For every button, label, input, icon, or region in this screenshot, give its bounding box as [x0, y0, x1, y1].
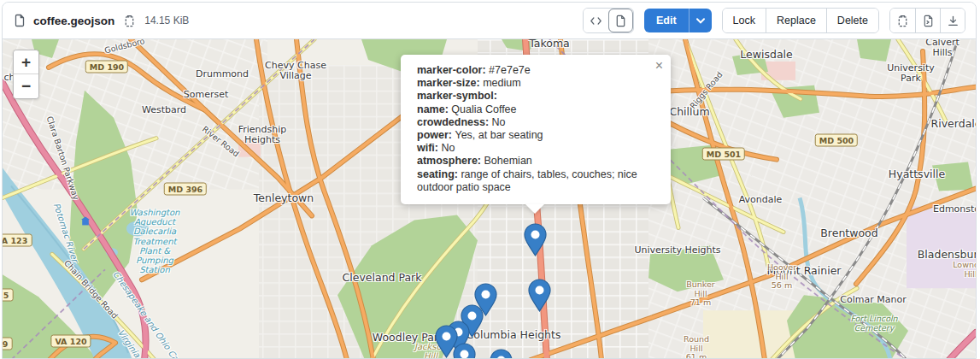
chevron-down-icon	[696, 18, 705, 24]
clipboard-icon	[896, 15, 909, 27]
feature-popup: × marker-color#7e7e7e marker-sizemedium …	[401, 55, 671, 204]
popup-field: crowdednessNo	[417, 116, 652, 129]
popup-field: powerYes, at bar seating	[417, 129, 652, 142]
zoom-out-button[interactable]: −	[14, 74, 38, 98]
clipboard-icon	[123, 15, 136, 27]
copy-contents-button[interactable]	[890, 9, 915, 32]
popup-field: atmosphereBohemian	[417, 155, 652, 168]
download-icon	[947, 15, 959, 27]
raw-file-button[interactable]	[915, 9, 940, 32]
edit-dropdown-button[interactable]	[689, 9, 712, 32]
view-toggle-group	[583, 8, 634, 33]
replace-button[interactable]: Replace	[766, 9, 826, 32]
edit-button[interactable]: Edit	[644, 9, 689, 32]
source-view-button[interactable]	[584, 9, 608, 32]
delete-button[interactable]: Delete	[826, 9, 878, 32]
popup-field: marker-sizemedium	[417, 77, 652, 90]
code-icon	[590, 15, 602, 27]
lock-button[interactable]: Lock	[723, 9, 766, 32]
zoom-control: + −	[13, 50, 39, 99]
map-marker[interactable]	[453, 343, 476, 359]
popup-field: marker-color#7e7e7e	[417, 64, 652, 77]
map-marker[interactable]	[524, 223, 547, 260]
download-button[interactable]	[940, 9, 965, 32]
map-canvas[interactable]: TakomaChevy Chase VillageDrummondSomerse…	[3, 39, 976, 359]
file-tools-group	[889, 8, 965, 33]
file-header: coffee.geojson 14.15 KiB Edit	[3, 3, 976, 39]
raw-file-icon	[922, 15, 935, 27]
popup-close-button[interactable]: ×	[654, 57, 665, 74]
map-marker[interactable]	[490, 349, 513, 359]
file-viewer: coffee.geojson 14.15 KiB Edit	[2, 2, 977, 359]
map-marker[interactable]	[528, 279, 551, 315]
file-actions-group: Lock Replace Delete	[722, 8, 879, 33]
edit-split-button: Edit	[644, 9, 712, 32]
close-icon: ×	[655, 58, 663, 73]
popup-field: nameQualia Coffee	[417, 103, 652, 116]
file-size: 14.15 KiB	[144, 15, 189, 26]
file-icon	[13, 14, 26, 27]
copy-filename-button[interactable]	[121, 13, 138, 29]
popup-field: wifiNo	[417, 142, 652, 155]
popup-field: marker-symbol	[417, 90, 652, 103]
popup-tail	[525, 204, 544, 214]
popup-field: seatingrange of chairs, tables, couches;…	[417, 168, 652, 194]
rendered-view-button[interactable]	[608, 9, 633, 32]
document-icon	[614, 15, 627, 27]
file-name: coffee.geojson	[33, 15, 114, 27]
zoom-in-button[interactable]: +	[14, 50, 38, 74]
